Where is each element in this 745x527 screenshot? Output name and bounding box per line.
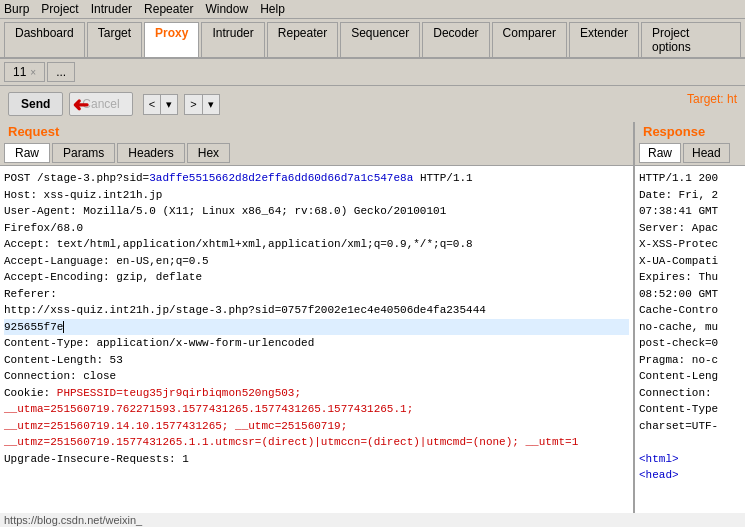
url-text: https://blog.csdn.net/weixin_ (4, 514, 142, 526)
resp-line-1: HTTP/1.1 200 (639, 170, 741, 187)
resp-line-16: charset=UTF- (639, 418, 741, 435)
resp-line-5: X-XSS-Protec (639, 236, 741, 253)
menu-intruder[interactable]: Intruder (91, 2, 132, 16)
request-line-2: Host: xss-quiz.int21h.jp (4, 187, 629, 204)
req-tab-headers[interactable]: Headers (117, 143, 184, 163)
resp-line-4: Server: Apac (639, 220, 741, 237)
req-tab-raw[interactable]: Raw (4, 143, 50, 163)
tab-intruder[interactable]: Intruder (201, 22, 264, 57)
response-title: Response (635, 122, 745, 141)
resp-line-17 (639, 434, 741, 451)
resp-line-7: Expires: Thu (639, 269, 741, 286)
ellipsis-label: ... (56, 65, 66, 79)
req-tab-hex[interactable]: Hex (187, 143, 230, 163)
request-title: Request (0, 122, 633, 141)
nav-left-dropdown[interactable]: ▾ (160, 95, 177, 114)
tab-decoder[interactable]: Decoder (422, 22, 489, 57)
response-panel: Response Raw Head HTTP/1.1 200 Date: Fri… (635, 122, 745, 527)
menu-burp[interactable]: Burp (4, 2, 29, 16)
nav-right-button[interactable]: > (185, 95, 201, 114)
request-tabs: Raw Params Headers Hex (0, 141, 633, 166)
request-line-15: __utma=251560719.762271593.1577431265.15… (4, 401, 629, 418)
request-line-18: Upgrade-Insecure-Requests: 1 (4, 451, 629, 468)
request-line-3: User-Agent: Mozilla/5.0 (X11; Linux x86_… (4, 203, 629, 220)
request-line-4: Firefox/68.0 (4, 220, 629, 237)
menu-repeater[interactable]: Repeater (144, 2, 193, 16)
response-tabs: Raw Head (635, 141, 745, 166)
resp-line-6: X-UA-Compati (639, 253, 741, 270)
sub-tab-ellipsis[interactable]: ... (47, 62, 75, 82)
req-tab-params[interactable]: Params (52, 143, 115, 163)
sub-tab-11[interactable]: 11 × (4, 62, 45, 82)
response-content[interactable]: HTTP/1.1 200 Date: Fri, 2 07:38:41 GMT S… (635, 166, 745, 527)
request-panel: Request Raw Params Headers Hex POST /sta… (0, 122, 635, 527)
request-content[interactable]: POST /stage-3.php?sid=3adffe5515662d8d2e… (0, 166, 633, 527)
send-button[interactable]: Send (8, 92, 63, 116)
sub-tab-bar: 11 × ... (0, 59, 745, 86)
target-label: Target: ht (687, 92, 737, 106)
resp-line-18: <html> (639, 451, 741, 468)
resp-line-8: 08:52:00 GMT (639, 286, 741, 303)
request-line-1: POST /stage-3.php?sid=3adffe5515662d8d2e… (4, 170, 629, 187)
menu-bar: Burp Project Intruder Repeater Window He… (0, 0, 745, 19)
request-line-17: __utmz=251560719.1577431265.1.1.utmcsr=(… (4, 434, 629, 451)
request-line-13: Connection: close (4, 368, 629, 385)
arrow-indicator: ➜ (72, 94, 89, 118)
resp-line-15: Content-Type (639, 401, 741, 418)
resp-line-12: Pragma: no-c (639, 352, 741, 369)
resp-tab-raw[interactable]: Raw (639, 143, 681, 163)
request-line-6: Accept-Language: en-US,en;q=0.5 (4, 253, 629, 270)
resp-line-11: post-check=0 (639, 335, 741, 352)
tab-comparer[interactable]: Comparer (492, 22, 567, 57)
tab-extender[interactable]: Extender (569, 22, 639, 57)
tab-target[interactable]: Target (87, 22, 142, 57)
request-line-10: 925655f7e (4, 319, 629, 336)
resp-line-19: <head> (639, 467, 741, 484)
resp-line-3: 07:38:41 GMT (639, 203, 741, 220)
sub-tab-number: 11 (13, 65, 26, 79)
nav-left-group: < ▾ (143, 94, 178, 115)
menu-project[interactable]: Project (41, 2, 78, 16)
request-line-12: Content-Length: 53 (4, 352, 629, 369)
tab-dashboard[interactable]: Dashboard (4, 22, 85, 57)
resp-line-13: Content-Leng (639, 368, 741, 385)
request-line-9: http://xss-quiz.int21h.jp/stage-3.php?si… (4, 302, 629, 319)
request-line-11: Content-Type: application/x-www-form-url… (4, 335, 629, 352)
request-line-16: __utmz=251560719.14.10.1577431265; __utm… (4, 418, 629, 435)
nav-right-group: > ▾ (184, 94, 219, 115)
resp-line-2: Date: Fri, 2 (639, 187, 741, 204)
main-tab-bar: Dashboard Target Proxy Intruder Repeater… (0, 19, 745, 59)
tab-project-options[interactable]: Project options (641, 22, 741, 57)
resp-line-14: Connection: (639, 385, 741, 402)
request-line-5: Accept: text/html,application/xhtml+xml,… (4, 236, 629, 253)
main-content: Request Raw Params Headers Hex POST /sta… (0, 122, 745, 527)
resp-tab-headers[interactable]: Head (683, 143, 730, 163)
close-icon[interactable]: × (30, 67, 36, 78)
toolbar: Send Cancel ➜ < ▾ > ▾ Target: ht (0, 86, 745, 122)
menu-window[interactable]: Window (205, 2, 248, 16)
tab-proxy[interactable]: Proxy (144, 22, 199, 57)
nav-left-button[interactable]: < (144, 95, 160, 114)
nav-right-dropdown[interactable]: ▾ (202, 95, 219, 114)
resp-line-9: Cache-Contro (639, 302, 741, 319)
tab-sequencer[interactable]: Sequencer (340, 22, 420, 57)
request-line-14: Cookie: PHPSESSID=teug35jr9qirbiqmon520n… (4, 385, 629, 402)
request-line-8: Referer: (4, 286, 629, 303)
request-line-7: Accept-Encoding: gzip, deflate (4, 269, 629, 286)
menu-help[interactable]: Help (260, 2, 285, 16)
tab-repeater[interactable]: Repeater (267, 22, 338, 57)
resp-line-10: no-cache, mu (639, 319, 741, 336)
status-bar: https://blog.csdn.net/weixin_ (0, 513, 745, 527)
